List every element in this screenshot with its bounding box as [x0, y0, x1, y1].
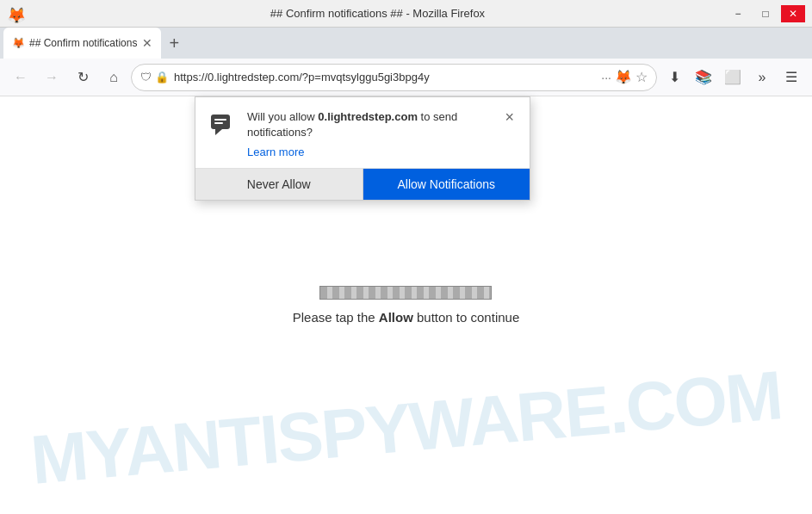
instruction-prefix: Please tap the: [293, 310, 379, 325]
back-button[interactable]: ←: [7, 64, 34, 91]
progress-bar: [319, 286, 492, 300]
library-button[interactable]: 📚: [690, 64, 717, 91]
never-allow-button[interactable]: Never Allow: [195, 169, 363, 200]
question-prefix: Will you allow: [247, 110, 318, 123]
notification-popup: Will you allow 0.lightredstep.com to sen…: [195, 96, 530, 201]
instruction-suffix: button to continue: [413, 310, 519, 325]
more-icon[interactable]: ···: [601, 71, 611, 84]
title-bar: 🦊 ## Confirm notifications ## - Mozilla …: [0, 0, 812, 28]
learn-more-link[interactable]: Learn more: [247, 146, 304, 158]
refresh-button[interactable]: ↻: [69, 64, 96, 91]
tab-title: ## Confirm notifications: [29, 37, 137, 49]
address-bar-actions: ··· 🦊 ☆: [601, 69, 648, 85]
synced-tabs-button[interactable]: ⬜: [719, 64, 747, 91]
pocket-icon[interactable]: 🦊: [615, 69, 632, 85]
minimize-button[interactable]: −: [726, 5, 750, 22]
svg-rect-2: [214, 119, 226, 121]
home-button[interactable]: ⌂: [100, 64, 127, 91]
window-title: ## Confirm notifications ## - Mozilla Fi…: [29, 7, 726, 20]
address-bar: 🛡 🔒 ··· 🦊 ☆: [131, 64, 657, 91]
address-bar-security-icons: 🛡 🔒: [140, 71, 169, 84]
popup-header: Will you allow 0.lightredstep.com to sen…: [195, 97, 530, 168]
watermark: MYANTISPYWARE.COM: [0, 358, 812, 498]
allow-notifications-button[interactable]: Allow Notifications: [363, 169, 530, 200]
tab-close-icon[interactable]: ✕: [142, 37, 152, 49]
menu-button[interactable]: ☰: [778, 64, 805, 91]
tab-favicon: 🦊: [12, 37, 24, 49]
popup-close-button[interactable]: ×: [501, 109, 518, 125]
shield-icon: 🛡: [140, 71, 152, 84]
svg-marker-1: [215, 129, 222, 135]
tab-bar: 🦊 ## Confirm notifications ✕ +: [0, 28, 812, 59]
svg-rect-3: [214, 122, 223, 124]
extensions-button[interactable]: »: [748, 64, 776, 91]
download-button[interactable]: ⬇: [660, 64, 688, 91]
url-input[interactable]: [174, 71, 596, 84]
active-tab[interactable]: 🦊 ## Confirm notifications ✕: [3, 28, 161, 59]
close-button[interactable]: ✕: [781, 5, 805, 22]
new-tab-button[interactable]: +: [161, 28, 187, 59]
page-content: MYANTISPYWARE.COM Please tap the Allow b…: [0, 96, 812, 514]
instruction-bold: Allow: [379, 310, 413, 325]
window-controls: − □ ✕: [726, 5, 805, 22]
svg-rect-0: [211, 115, 230, 129]
popup-text-area: Will you allow 0.lightredstep.com to sen…: [247, 109, 493, 159]
bookmark-icon[interactable]: ☆: [635, 69, 648, 85]
popup-buttons: Never Allow Allow Notifications: [195, 168, 530, 200]
popup-question: Will you allow 0.lightredstep.com to sen…: [247, 109, 493, 140]
popup-domain: 0.lightredstep.com: [318, 110, 418, 123]
page-center: Please tap the Allow button to continue: [293, 286, 520, 325]
popup-chat-icon: [208, 109, 239, 140]
toolbar: ← → ↻ ⌂ 🛡 🔒 ··· 🦊 ☆ ⬇ 📚 ⬜ » ☰: [0, 59, 812, 96]
maximize-button[interactable]: □: [753, 5, 778, 22]
forward-button[interactable]: →: [38, 64, 65, 91]
browser-favicon: 🦊: [7, 6, 22, 22]
toolbar-right-actions: ⬇ 📚 ⬜ » ☰: [660, 64, 805, 91]
lock-icon: 🔒: [155, 71, 169, 84]
page-instruction: Please tap the Allow button to continue: [293, 310, 520, 325]
